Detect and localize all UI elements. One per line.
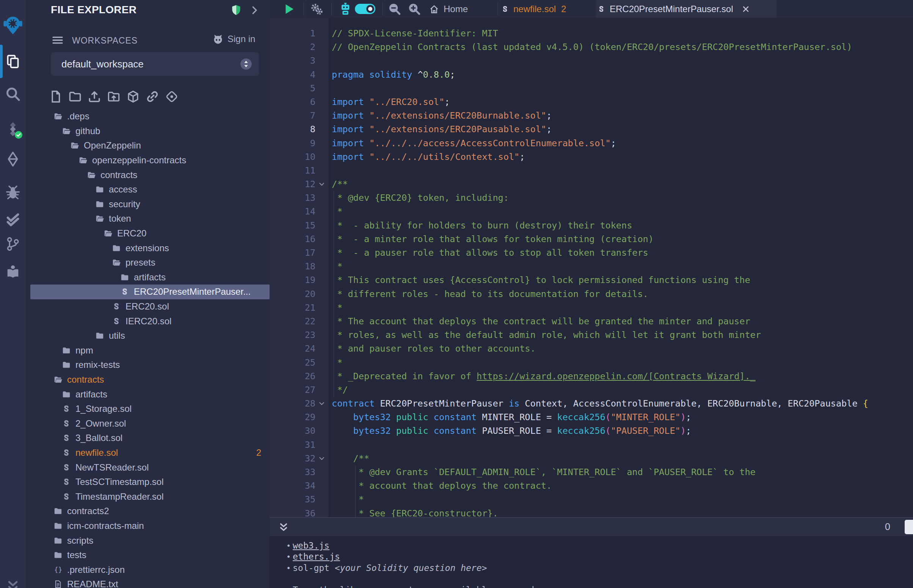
robot-icon[interactable] — [338, 2, 352, 16]
code-text: import "../../../access/AccessControlEnu… — [332, 136, 616, 150]
workspace-select[interactable]: default_workspace — [51, 52, 259, 76]
tree-item-erc20[interactable]: ERC20 — [26, 226, 270, 241]
fold-chevron-icon[interactable] — [318, 400, 325, 407]
tree-item-tests[interactable]: tests — [26, 548, 270, 563]
line-number: 11 — [270, 164, 316, 177]
tree-item-1-storage-sol[interactable]: 1_Storage.sol — [26, 402, 270, 417]
code-text: import "../extensions/ERC20Burnable.sol"… — [332, 109, 552, 123]
tab-label: newfile.sol — [513, 4, 556, 15]
tree-item-label: IERC20.sol — [126, 316, 172, 326]
tree-item-timestampreader-sol[interactable]: TimestampReader.sol — [26, 489, 270, 504]
code-line-35: 35 * — [270, 493, 913, 506]
tree-item-label: ERC20.sol — [126, 301, 169, 312]
code-text: * See {ERC20-constructor}. — [332, 507, 498, 517]
upload-folder-icon[interactable] — [107, 90, 120, 103]
file-explorer-panel: FILE EXPLORER WORKSPACES Sign in default… — [26, 0, 270, 588]
tree-item-icm-contracts-main[interactable]: icm-contracts-main — [26, 519, 270, 533]
tree-item-contracts2[interactable]: contracts2 — [26, 504, 270, 519]
tree-item-label: artifacts — [134, 272, 166, 283]
terminal-link-web3-js[interactable]: web3.js — [293, 541, 330, 551]
workspaces-menu-icon[interactable] — [52, 34, 64, 46]
new-folder-icon[interactable] — [69, 90, 81, 103]
tree-item--prettierrc-json[interactable]: {}.prettierrc.json — [26, 562, 270, 577]
tree-item-access[interactable]: access — [26, 182, 270, 197]
git-clone-icon[interactable] — [165, 90, 178, 103]
tree-item-label: newfile.sol — [76, 447, 118, 458]
tree-item-github[interactable]: github — [26, 124, 270, 139]
github-sign-in[interactable]: Sign in — [212, 33, 255, 45]
tree-item-npm[interactable]: npm — [26, 343, 270, 358]
terminal-header[interactable]: 0 — [270, 517, 913, 536]
tree-item-artifacts[interactable]: artifacts — [26, 387, 270, 402]
code-text: * @dev {ERC20} token, including: — [332, 191, 509, 205]
debugger-icon[interactable] — [0, 179, 26, 206]
tree-item-contracts[interactable]: contracts — [26, 372, 270, 387]
tree-item-label: icm-contracts-main — [67, 520, 144, 531]
code-line-19: 19 * This contract uses {AccessControl} … — [270, 273, 913, 287]
sol-icon — [62, 449, 71, 457]
tree-item-scripts[interactable]: scripts — [26, 533, 270, 548]
play-icon[interactable] — [282, 3, 295, 16]
search-icon[interactable] — [0, 80, 26, 108]
doc-icon — [54, 580, 62, 588]
learneth-icon[interactable] — [0, 258, 26, 286]
code-line-29: 29 bytes32 public constant MINTER_ROLE =… — [270, 410, 913, 424]
ai-copilot-toggle[interactable] — [355, 4, 376, 14]
line-number: 30 — [270, 424, 316, 438]
tree-item-erc20-sol[interactable]: ERC20.sol — [26, 299, 270, 314]
code-line-24: 24 * and pauser roles to other accounts. — [270, 342, 913, 355]
tree-item-openzeppelin-contracts[interactable]: openzeppelin-contracts — [26, 153, 270, 168]
zoom-out-icon[interactable] — [388, 3, 401, 15]
terminal-link-ethers-js[interactable]: ethers.js — [293, 552, 340, 562]
gears-icon[interactable] — [310, 3, 323, 16]
tree-item-security[interactable]: security — [26, 197, 270, 212]
code-line-27: 27 */ — [270, 383, 913, 397]
deploy-run-icon[interactable] — [0, 145, 26, 173]
file-explorer-icon[interactable] — [0, 48, 26, 75]
code-text: * roles, as well as the default admin ro… — [332, 328, 761, 342]
tree-item--deps[interactable]: .deps — [26, 109, 270, 124]
tab-newfile-sol[interactable]: newfile.sol2 — [500, 0, 596, 18]
tree-item-openzeppelin[interactable]: OpenZeppelin — [26, 138, 270, 153]
collapse-chevrons-icon[interactable] — [0, 573, 26, 588]
terminal-search-box[interactable] — [905, 520, 913, 534]
tree-item-remix-tests[interactable]: remix-tests — [26, 358, 270, 372]
tab-home[interactable]: Home — [428, 0, 500, 18]
tree-item-erc20presetminterpauser-[interactable]: ERC20PresetMinterPauser... — [26, 284, 270, 299]
tree-item-readme-txt[interactable]: README.txt — [26, 577, 270, 588]
tree-item-label: TestSCTimestamp.sol — [76, 477, 164, 487]
new-file-icon[interactable] — [49, 90, 62, 103]
tree-item-token[interactable]: token — [26, 212, 270, 226]
tree-item-artifacts[interactable]: artifacts — [26, 270, 270, 285]
tree-item-testsctimestamp-sol[interactable]: TestSCTimestamp.sol — [26, 475, 270, 489]
terminal-line: •web3.js — [270, 540, 913, 551]
tree-item-label: security — [109, 199, 140, 210]
tree-item-utils[interactable]: utils — [26, 328, 270, 343]
tree-item-presets[interactable]: presets — [26, 255, 270, 270]
active-plugin-indicator — [0, 45, 3, 78]
tab-erc20presetminterpauser-sol[interactable]: ERC20PresetMinterPauser.sol — [596, 0, 777, 18]
unit-testing-icon[interactable] — [0, 206, 26, 233]
code-editor[interactable]: 1// SPDX-License-Identifier: MIT2// Open… — [270, 18, 913, 517]
chevron-right-icon[interactable] — [249, 5, 260, 16]
chevrons-down-icon[interactable] — [278, 522, 289, 533]
ipfs-cube-icon[interactable] — [127, 90, 139, 103]
tree-item-ierc20-sol[interactable]: IERC20.sol — [26, 314, 270, 328]
upload-file-icon[interactable] — [88, 90, 101, 103]
tree-item-contracts[interactable]: contracts — [26, 168, 270, 182]
fold-chevron-icon[interactable] — [318, 455, 325, 462]
tree-item-2-owner-sol[interactable]: 2_Owner.sol — [26, 416, 270, 431]
tree-item-3-ballot-sol[interactable]: 3_Ballot.sol — [26, 431, 270, 446]
editor-tab-bar: Homenewfile.sol2ERC20PresetMinterPauser.… — [270, 0, 913, 18]
code-text: // SPDX-License-Identifier: MIT — [332, 26, 498, 40]
git-icon[interactable] — [0, 230, 26, 258]
tree-item-newtsreader-sol[interactable]: NewTSReader.sol — [26, 460, 270, 475]
code-line-8: 8import "../extensions/ERC20Pausable.sol… — [270, 123, 913, 136]
link-icon[interactable] — [146, 90, 159, 103]
tree-item-extensions[interactable]: extensions — [26, 241, 270, 255]
fold-chevron-icon[interactable] — [318, 181, 325, 188]
zoom-in-icon[interactable] — [408, 3, 421, 15]
tree-item-newfile-sol[interactable]: newfile.sol2 — [26, 446, 270, 460]
terminal-line: Type the library name to see available c… — [270, 585, 913, 588]
close-tab-icon[interactable] — [741, 5, 750, 14]
